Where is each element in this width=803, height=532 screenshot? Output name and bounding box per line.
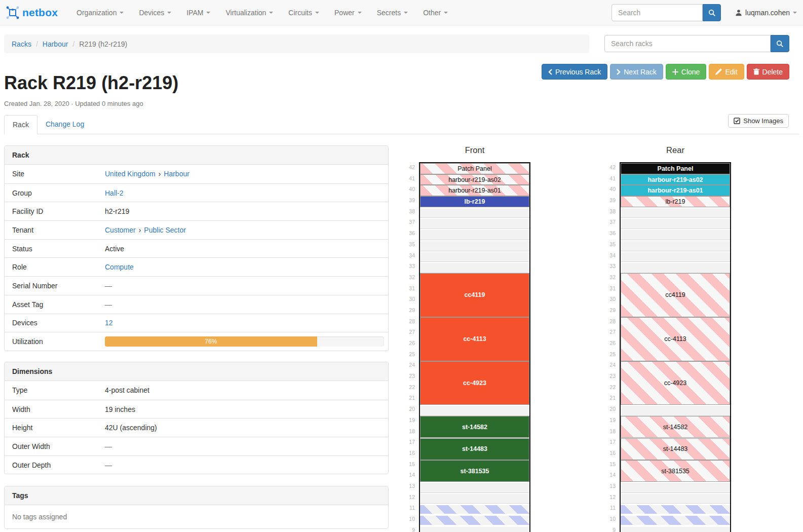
- front-unit-labels: 4241403938373635343332313029282726252423…: [403, 162, 415, 532]
- unit-number: 39: [403, 195, 415, 206]
- value-link[interactable]: Harbour: [164, 170, 189, 178]
- empty-unit-slot[interactable]: [621, 240, 730, 251]
- empty-unit-slot[interactable]: [420, 229, 529, 240]
- previous-rack-button[interactable]: Previous Rack: [542, 64, 607, 80]
- netbox-brand[interactable]: netbox: [6, 6, 58, 19]
- unit-number: 32: [603, 272, 616, 283]
- rack-device[interactable]: harbour-r219-as02: [621, 174, 730, 185]
- empty-unit-slot[interactable]: [420, 218, 529, 229]
- value-link[interactable]: United Kingdom: [105, 170, 156, 178]
- row-label: Outer Width: [9, 442, 105, 450]
- empty-unit-slot[interactable]: [621, 482, 730, 493]
- rack-device[interactable]: harbour-r219-as01: [621, 185, 730, 196]
- row-value: h2-r219: [105, 207, 384, 215]
- rack-device[interactable]: cc-4923: [621, 361, 730, 405]
- device-label: lb-r219: [465, 198, 485, 205]
- rack-device[interactable]: st-14582: [621, 416, 730, 438]
- clone-button[interactable]: Clone: [666, 64, 707, 80]
- rack-device[interactable]: cc-4923: [420, 361, 529, 405]
- unit-number: 30: [403, 294, 415, 305]
- global-search-input[interactable]: [611, 4, 703, 21]
- empty-unit-slot[interactable]: [420, 493, 529, 504]
- device-label: cc-4113: [463, 335, 486, 343]
- empty-unit-slot[interactable]: [621, 218, 730, 229]
- breadcrumb-racks[interactable]: Racks: [12, 40, 31, 48]
- menu-circuits[interactable]: Circuits: [281, 0, 327, 25]
- breadcrumb-harbour[interactable]: Harbour: [43, 40, 68, 48]
- delete-button[interactable]: Delete: [747, 64, 789, 80]
- rack-device[interactable]: Patch Panel: [621, 163, 730, 174]
- rack-device[interactable]: st-14582: [420, 416, 529, 438]
- search-icon: [776, 40, 784, 48]
- device-label: st-14483: [462, 445, 487, 452]
- tab-rack[interactable]: Rack: [4, 115, 37, 134]
- rack-reservation[interactable]: [621, 504, 730, 515]
- empty-unit-slot[interactable]: [420, 405, 529, 416]
- dimensions-panel-title: Dimensions: [5, 362, 388, 381]
- empty-unit-slot[interactable]: [420, 262, 529, 273]
- rack-panel: Rack SiteUnited Kingdom›HarbourGroupHall…: [4, 145, 389, 351]
- empty-unit-slot[interactable]: [420, 482, 529, 493]
- rack-device[interactable]: cc-4113: [621, 317, 730, 361]
- rack-device[interactable]: harbour-r219-as01: [420, 185, 529, 196]
- menu-other[interactable]: Other: [415, 0, 455, 25]
- value-link[interactable]: Public Sector: [144, 226, 185, 234]
- show-images-button[interactable]: Show Images: [728, 114, 789, 128]
- empty-unit-slot[interactable]: [621, 526, 730, 532]
- next-rack-button[interactable]: Next Rack: [610, 64, 663, 80]
- rack-reservation[interactable]: [420, 504, 529, 515]
- rack-device[interactable]: harbour-r219-as02: [420, 174, 529, 185]
- menu-devices[interactable]: Devices: [131, 0, 179, 25]
- empty-unit-slot[interactable]: [621, 493, 730, 504]
- rack-device[interactable]: st-381535: [420, 460, 529, 482]
- empty-unit-slot[interactable]: [621, 262, 730, 273]
- rack-device[interactable]: Patch Panel: [420, 163, 529, 174]
- rack-device[interactable]: lb-r219: [621, 196, 730, 207]
- row-value: Active: [105, 245, 384, 253]
- unit-number: 14: [403, 470, 415, 481]
- row-label: Tenant: [9, 226, 105, 234]
- value-link[interactable]: Compute: [105, 263, 134, 271]
- rack-device[interactable]: st-14483: [621, 438, 730, 460]
- rack-search-button[interactable]: [771, 35, 789, 52]
- attribute-row: Outer Width—: [5, 437, 388, 455]
- menu-ipam[interactable]: IPAM: [179, 0, 218, 25]
- value-link[interactable]: Customer: [105, 226, 136, 234]
- tags-panel-title: Tags: [5, 486, 388, 505]
- user-menu[interactable]: luqman.cohen: [735, 9, 797, 17]
- rack-device[interactable]: lb-r219: [420, 196, 529, 207]
- menu-organization[interactable]: Organization: [69, 0, 131, 25]
- empty-unit-slot[interactable]: [420, 207, 529, 218]
- row-label: Asset Tag: [9, 300, 105, 309]
- rack-reservation[interactable]: [621, 515, 730, 526]
- rack-device[interactable]: cc4119: [420, 273, 529, 317]
- dimensions-panel: Dimensions Type4-post cabinetWidth19 inc…: [4, 362, 389, 474]
- value-link[interactable]: Hall-2: [105, 189, 124, 197]
- unit-number: 23: [603, 371, 616, 382]
- rack-reservation[interactable]: [420, 515, 529, 526]
- edit-button[interactable]: Edit: [709, 64, 744, 80]
- unit-number: 10: [403, 514, 415, 525]
- rack-device[interactable]: cc-4113: [420, 317, 529, 361]
- unit-number: 12: [603, 492, 616, 503]
- rack-search-input[interactable]: [604, 35, 771, 52]
- device-label: cc4119: [464, 291, 485, 298]
- empty-unit-slot[interactable]: [621, 251, 730, 262]
- empty-unit-slot[interactable]: [621, 405, 730, 416]
- tab-change-log[interactable]: Change Log: [37, 115, 92, 134]
- menu-power[interactable]: Power: [327, 0, 369, 25]
- empty-unit-slot[interactable]: [621, 229, 730, 240]
- global-search-button[interactable]: [703, 4, 721, 21]
- empty-unit-slot[interactable]: [420, 240, 529, 251]
- rack-device[interactable]: st-14483: [420, 438, 529, 460]
- rack-device[interactable]: cc4119: [621, 273, 730, 317]
- value-link[interactable]: 12: [105, 319, 113, 327]
- row-value: 19 inches: [105, 405, 384, 413]
- empty-unit-slot[interactable]: [621, 207, 730, 218]
- empty-unit-slot[interactable]: [420, 251, 529, 262]
- empty-unit-slot[interactable]: [420, 526, 529, 532]
- rack-device[interactable]: st-381535: [621, 460, 730, 482]
- menu-virtualization[interactable]: Virtualization: [218, 0, 281, 25]
- menu-secrets[interactable]: Secrets: [369, 0, 415, 25]
- unit-number: 9: [403, 525, 415, 532]
